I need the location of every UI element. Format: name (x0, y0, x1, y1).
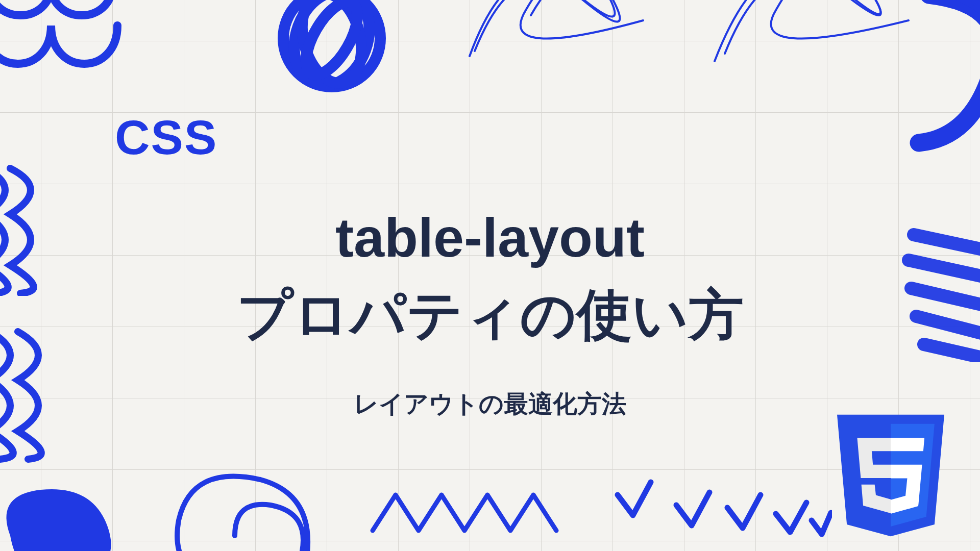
title-line-2: プロパティの使い方 (237, 284, 744, 345)
page-subtitle: レイアウトの最適化方法 (0, 388, 980, 420)
css3-logo-icon (837, 414, 944, 537)
title-line-1: table-layout (335, 207, 645, 268)
category-label: CSS (115, 110, 217, 165)
page-title: table-layout プロパティの使い方 (0, 199, 980, 353)
